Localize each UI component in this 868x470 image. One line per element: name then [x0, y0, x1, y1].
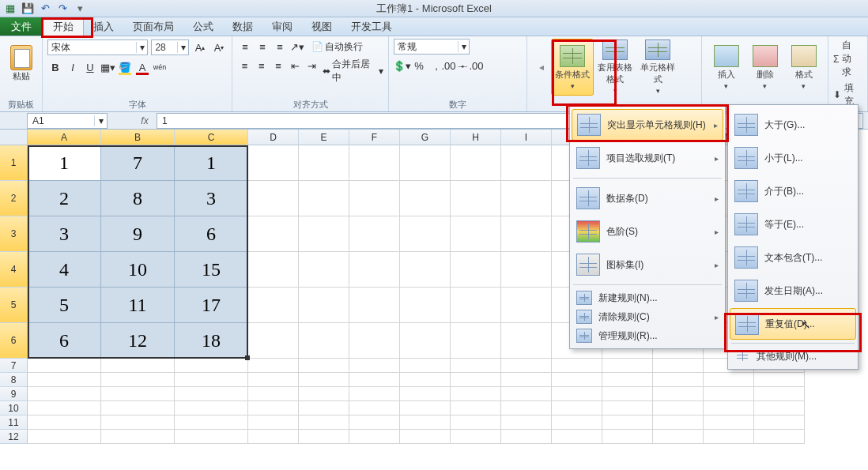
menu-greater-than[interactable]: 大于(G)... — [730, 108, 856, 141]
redo-icon[interactable]: ↷ — [55, 2, 70, 16]
decrease-decimal-icon[interactable]: ←.00 — [463, 58, 479, 73]
cell[interactable] — [400, 359, 451, 373]
align-center-icon[interactable]: ≡ — [254, 58, 269, 73]
cell[interactable] — [248, 373, 299, 387]
accounting-format-icon[interactable]: 💲▾ — [394, 58, 409, 73]
cell[interactable]: 4 — [28, 252, 101, 288]
cell[interactable] — [501, 181, 552, 216]
font-size-combo[interactable]: 28 ▾ — [151, 39, 189, 55]
cell[interactable] — [349, 323, 400, 359]
row-header[interactable]: 3 — [0, 216, 28, 252]
grow-font-icon[interactable]: A▴ — [192, 39, 208, 55]
cell[interactable] — [501, 216, 552, 252]
cell[interactable] — [552, 359, 602, 373]
cell[interactable]: 3 — [28, 216, 101, 252]
cell[interactable] — [349, 373, 400, 387]
column-header[interactable]: A — [28, 130, 101, 145]
cell[interactable] — [28, 373, 101, 387]
cell[interactable] — [349, 181, 400, 216]
cell[interactable] — [28, 359, 101, 373]
cell[interactable] — [451, 359, 501, 373]
cell[interactable] — [101, 415, 175, 430]
cell[interactable] — [451, 181, 501, 216]
cell[interactable] — [754, 401, 805, 415]
tab-data[interactable]: 数据 — [223, 17, 262, 36]
cell[interactable] — [400, 323, 451, 359]
cell[interactable]: 1 — [175, 145, 248, 181]
cell[interactable] — [299, 181, 349, 216]
cell[interactable] — [400, 373, 451, 387]
cell[interactable] — [754, 430, 805, 444]
cell[interactable] — [299, 323, 349, 359]
menu-less-than[interactable]: 小于(L)... — [730, 141, 856, 175]
row-header[interactable]: 10 — [0, 401, 28, 415]
cell[interactable] — [501, 387, 552, 401]
cell[interactable] — [248, 387, 299, 401]
cell[interactable] — [349, 288, 400, 323]
cell[interactable] — [653, 430, 704, 444]
cell[interactable] — [602, 373, 653, 387]
menu-between[interactable]: 介于(B)... — [730, 175, 856, 208]
cell[interactable] — [400, 252, 451, 288]
font-name-combo[interactable]: 宋体 ▾ — [47, 39, 148, 55]
cell[interactable] — [349, 252, 400, 288]
row-header[interactable]: 8 — [0, 373, 28, 387]
cell[interactable]: 15 — [175, 252, 248, 288]
menu-top-bottom-rules[interactable]: 项目选取规则(T) ▸ — [572, 141, 723, 175]
cell[interactable] — [602, 387, 653, 401]
cell[interactable] — [299, 373, 349, 387]
fx-button[interactable]: fx — [136, 115, 153, 126]
select-all-corner[interactable] — [0, 130, 28, 145]
row-header[interactable]: 4 — [0, 252, 28, 288]
row-header[interactable]: 11 — [0, 415, 28, 430]
italic-button[interactable]: I — [65, 59, 81, 75]
tab-view[interactable]: 视图 — [302, 17, 342, 36]
cell[interactable] — [653, 401, 704, 415]
cell[interactable] — [175, 359, 248, 373]
decrease-indent-icon[interactable]: ⇤ — [288, 58, 303, 73]
cell[interactable] — [101, 359, 175, 373]
row-header[interactable]: 2 — [0, 181, 28, 216]
cell[interactable] — [451, 373, 501, 387]
cell[interactable] — [101, 401, 175, 415]
cell[interactable] — [602, 401, 653, 415]
menu-data-bars[interactable]: 数据条(D) ▸ — [572, 182, 723, 215]
cell[interactable] — [602, 415, 653, 430]
cell[interactable]: 6 — [175, 216, 248, 252]
cell[interactable] — [175, 430, 248, 444]
cell[interactable]: 17 — [175, 288, 248, 323]
cell[interactable] — [754, 415, 805, 430]
align-left-icon[interactable]: ≡ — [237, 58, 252, 73]
cell[interactable] — [754, 373, 805, 387]
cell[interactable]: 2 — [28, 181, 101, 216]
cell[interactable] — [451, 415, 501, 430]
cell[interactable] — [175, 415, 248, 430]
column-header[interactable]: D — [248, 130, 299, 145]
cell[interactable] — [349, 401, 400, 415]
cell[interactable] — [248, 181, 299, 216]
cell[interactable] — [175, 387, 248, 401]
align-right-icon[interactable]: ≡ — [270, 58, 285, 73]
bold-button[interactable]: B — [47, 59, 63, 75]
cell[interactable] — [754, 387, 805, 401]
cell[interactable] — [451, 288, 501, 323]
format-as-table-button[interactable]: 套用表格格式 ▾ — [594, 39, 636, 96]
cell[interactable] — [349, 359, 400, 373]
merge-center-button[interactable]: ⬌ 合并后居中 ▾ — [323, 58, 383, 85]
column-header[interactable]: C — [175, 130, 248, 145]
cell[interactable] — [101, 387, 175, 401]
cell[interactable] — [602, 430, 653, 444]
tab-formulas[interactable]: 公式 — [183, 17, 223, 36]
fill-handle[interactable] — [245, 355, 250, 360]
cell[interactable] — [653, 359, 704, 373]
tab-developer[interactable]: 开发工具 — [342, 17, 402, 36]
increase-indent-icon[interactable]: ⇥ — [304, 58, 319, 73]
cell[interactable] — [552, 401, 602, 415]
wrap-text-button[interactable]: 📄 自动换行 — [311, 39, 363, 55]
cell[interactable] — [349, 430, 400, 444]
cell[interactable] — [501, 401, 552, 415]
cell[interactable] — [704, 401, 754, 415]
row-header[interactable]: 5 — [0, 288, 28, 323]
tab-insert[interactable]: 插入 — [84, 17, 123, 36]
menu-color-scales[interactable]: 色阶(S) ▸ — [572, 215, 723, 248]
